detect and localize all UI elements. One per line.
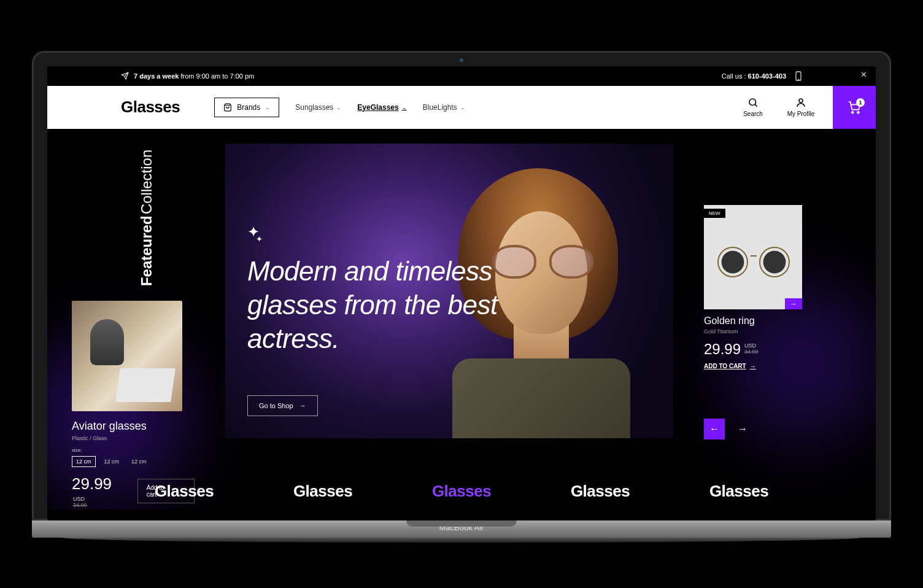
product-card-right-image[interactable]: NEW → xyxy=(704,205,802,309)
search-icon xyxy=(747,97,759,108)
brand-logo[interactable]: Glasses xyxy=(155,482,214,501)
product-subtitle: Gold Titanium xyxy=(704,328,802,335)
search-label: Search xyxy=(743,110,763,117)
svg-line-4 xyxy=(755,104,757,106)
size-option[interactable]: 12 cm xyxy=(72,456,96,467)
paper-plane-icon xyxy=(121,72,129,80)
go-to-shop-button[interactable]: Go to Shop → xyxy=(247,395,318,416)
arrow-right-icon[interactable]: → xyxy=(785,298,802,309)
size-option[interactable]: 12 cm xyxy=(128,457,150,466)
arrow-right-icon: → xyxy=(299,402,306,409)
svg-point-5 xyxy=(799,99,803,103)
product-card-left: Aviator glasses Plastic / Glass size: 12… xyxy=(72,301,195,508)
callus-text: Call us : 610-403-403 xyxy=(722,72,786,80)
nav-sunglasses[interactable]: Sunglasses⌄ xyxy=(295,103,341,112)
bag-icon xyxy=(223,103,232,112)
phone-icon[interactable] xyxy=(795,71,802,81)
svg-point-6 xyxy=(852,111,854,113)
hero-headline: Modern and timeless glasses from the bes… xyxy=(247,254,566,355)
sparkle-icon: ✦✦ xyxy=(247,223,266,241)
add-to-cart-link[interactable]: ADD TO CART → xyxy=(704,363,802,369)
chevron-down-icon: ⌄ xyxy=(265,104,270,110)
arrow-right-icon: → xyxy=(750,363,756,369)
product-image[interactable] xyxy=(72,301,182,411)
profile-label: My Profile xyxy=(787,110,814,117)
brands-dropdown[interactable]: Brands ⌄ xyxy=(214,98,279,117)
profile-button[interactable]: My Profile xyxy=(785,97,817,117)
chevron-down-icon: ⌄ xyxy=(460,104,465,110)
product-title: Golden ring xyxy=(704,315,802,327)
product-title: Aviator glasses xyxy=(72,420,195,433)
brand-logo[interactable]: Glasses xyxy=(571,482,630,501)
product-price: 29.99 USD 34.99 xyxy=(704,341,802,358)
logo[interactable]: Glasses xyxy=(121,98,180,117)
new-tag: NEW xyxy=(704,209,725,218)
chevron-down-icon: ⌄ xyxy=(402,104,407,110)
announcement-bar: 7 days a week from 9:00 am to 7:00 pm Ca… xyxy=(47,66,876,86)
svg-point-3 xyxy=(749,99,756,106)
nav-eyeglasses[interactable]: EyeGlasses⌄ xyxy=(357,103,406,112)
brand-strip: Glasses Glasses Glasses Glasses Glasses xyxy=(47,482,876,501)
hours-text: 7 days a week from 9:00 am to 7:00 pm xyxy=(134,72,254,80)
search-button[interactable]: Search xyxy=(737,97,769,117)
cart-button[interactable]: 1 xyxy=(833,86,876,129)
brand-logo[interactable]: Glasses xyxy=(432,482,491,501)
featured-collection-label: Feateured Collection xyxy=(139,150,154,286)
chevron-down-icon: ⌄ xyxy=(336,104,341,110)
size-option[interactable]: 12 cm xyxy=(101,457,123,466)
brand-logo[interactable]: Glasses xyxy=(293,482,352,501)
product-glasses-illustration xyxy=(717,247,790,277)
carousel-prev-button[interactable]: ← xyxy=(704,419,725,439)
svg-point-7 xyxy=(857,111,859,113)
cart-count-badge: 1 xyxy=(856,98,865,107)
user-icon xyxy=(795,97,806,108)
brand-logo[interactable]: Glasses xyxy=(709,482,768,501)
size-label: size: xyxy=(72,447,195,453)
carousel-next-button[interactable]: → xyxy=(732,419,753,439)
nav-bluelights[interactable]: BlueLights⌄ xyxy=(423,103,465,112)
camera-dot xyxy=(460,58,463,62)
hero-banner: ✦✦ Modern and timeless glasses from the … xyxy=(225,144,673,438)
laptop-base: MacBook Air xyxy=(32,520,891,538)
product-subtitle: Plastic / Glass xyxy=(72,435,195,441)
main-header: Glasses Brands ⌄ Sunglasses⌄ EyeGlasses⌄… xyxy=(47,86,876,129)
close-icon[interactable]: ✕ xyxy=(860,70,867,79)
brands-label: Brands xyxy=(237,103,260,112)
